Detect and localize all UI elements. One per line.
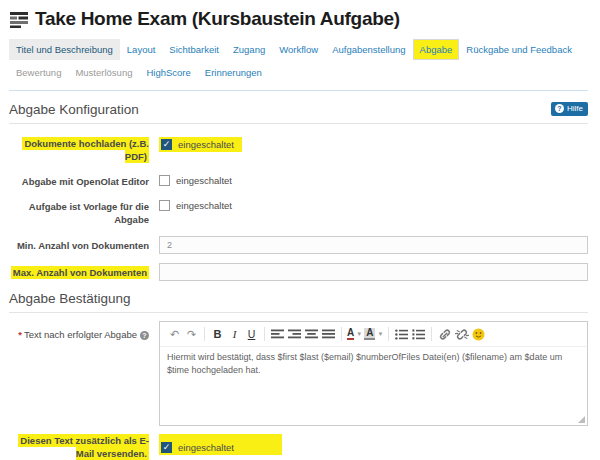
toolbar-separator: [341, 327, 342, 341]
openolat-editor-checkbox[interactable]: [159, 175, 170, 186]
align-right-icon[interactable]: [286, 326, 303, 342]
tab-bar-secondary: Bewertung Musterlösung HighScore Erinner…: [9, 62, 588, 91]
text-color-icon[interactable]: A▼: [346, 326, 363, 342]
min-documents-input[interactable]: [159, 236, 588, 254]
max-documents-input[interactable]: [159, 263, 588, 281]
undo-icon[interactable]: ↶: [166, 326, 183, 342]
align-justify-icon[interactable]: [320, 326, 337, 342]
section-config-title: Abgabe Konfiguration: [9, 102, 139, 117]
editor-toolbar: ↶ ↷ B I U: [160, 322, 587, 347]
help-button-label: Hilfe: [567, 104, 583, 113]
tab-titel-und-beschreibung[interactable]: Titel und Beschreibung: [9, 39, 120, 60]
send-email-checkbox-label: eingeschaltet: [178, 442, 234, 453]
form-row-max-documents: Max. Anzahl von Dokumenten: [9, 263, 588, 281]
openolat-editor-checkbox-label: eingeschaltet: [176, 175, 232, 186]
template-for-submission-checkbox-label: eingeschaltet: [176, 200, 232, 211]
page-header: Take Home Exam (Kursbaustein Aufgabe): [9, 8, 588, 30]
tab-layout[interactable]: Layout: [120, 39, 163, 60]
toolbar-separator: [431, 327, 432, 341]
numbered-list-icon[interactable]: [410, 326, 427, 342]
section-confirmation-header: Abgabe Bestätigung: [9, 291, 588, 306]
confirmation-text-value: Hiermit wird bestätigt, dass $first $las…: [167, 352, 562, 375]
redo-icon[interactable]: ↷: [183, 326, 200, 342]
max-documents-label: Max. Anzahl von Dokumenten: [9, 266, 159, 279]
tab-workflow[interactable]: Workflow: [272, 39, 325, 60]
section-divider: [9, 123, 588, 124]
bullet-list-icon[interactable]: [393, 326, 410, 342]
course-element-config-page: Take Home Exam (Kursbaustein Aufgabe) Ti…: [0, 0, 600, 460]
tab-bar-primary: Titel und Beschreibung Layout Sichtbarke…: [9, 39, 588, 60]
form-row-send-email: Diesen Text zusätzlich als E-Mail versen…: [9, 434, 588, 460]
upload-documents-checkbox[interactable]: [161, 139, 172, 150]
form-row-openolat-editor: Abgabe mit OpenOlat Editor eingeschaltet: [9, 175, 588, 188]
resize-handle-icon[interactable]: [578, 416, 585, 423]
form-row-upload-documents: Dokumente hochladen (z.B. PDF) eingescha…: [9, 137, 588, 163]
editor-content-area[interactable]: Hiermit wird bestätigt, dass $first $las…: [160, 347, 587, 425]
align-center-icon[interactable]: [303, 326, 320, 342]
tab-erinnerungen[interactable]: Erinnerungen: [198, 62, 269, 83]
upload-documents-checkbox-label: eingeschaltet: [178, 139, 234, 150]
form-row-template-for-submission: Aufgabe ist Vorlage für die Abgabe einge…: [9, 200, 588, 226]
form-row-confirmation-text: *Text nach erfolgter Abgabe? ↶ ↷ B I U: [9, 321, 588, 426]
template-for-submission-label: Aufgabe ist Vorlage für die Abgabe: [9, 200, 159, 226]
tab-musterloesung[interactable]: Musterlösung: [68, 62, 139, 83]
toolbar-separator: [204, 327, 205, 341]
emoji-icon[interactable]: [470, 326, 487, 342]
bold-icon[interactable]: B: [209, 326, 226, 342]
italic-icon[interactable]: I: [226, 326, 243, 342]
section-config-header: Abgabe Konfiguration ? Hilfe: [9, 102, 588, 117]
tab-zugang[interactable]: Zugang: [226, 39, 272, 60]
send-email-label: Diesen Text zusätzlich als E-Mail versen…: [9, 434, 159, 460]
page-title: Take Home Exam (Kursbaustein Aufgabe): [35, 8, 400, 30]
link-icon[interactable]: [436, 326, 453, 342]
align-left-icon[interactable]: [269, 326, 286, 342]
required-marker: *: [18, 329, 22, 340]
unlink-icon[interactable]: [453, 326, 470, 342]
toolbar-separator: [264, 327, 265, 341]
toolbar-separator: [388, 327, 389, 341]
tab-highscore[interactable]: HighScore: [139, 62, 197, 83]
send-email-checkbox[interactable]: [161, 442, 172, 453]
upload-documents-label: Dokumente hochladen (z.B. PDF): [9, 137, 159, 163]
question-circle-icon: ?: [140, 331, 149, 340]
template-for-submission-checkbox[interactable]: [159, 200, 170, 211]
tab-abgabe[interactable]: Abgabe: [413, 39, 460, 60]
tab-rueckgabe-und-feedback[interactable]: Rückgabe und Feedback: [459, 39, 579, 60]
help-button[interactable]: ? Hilfe: [551, 102, 588, 116]
task-list-icon: [9, 11, 29, 28]
question-circle-icon: ?: [555, 104, 564, 113]
tab-sichtbarkeit[interactable]: Sichtbarkeit: [162, 39, 226, 60]
underline-icon[interactable]: U: [243, 326, 260, 342]
background-color-icon[interactable]: A▼: [363, 326, 384, 342]
tab-bewertung[interactable]: Bewertung: [9, 62, 68, 83]
confirmation-text-label: *Text nach erfolgter Abgabe?: [9, 321, 159, 341]
form-row-min-documents: Min. Anzahl von Dokumenten: [9, 236, 588, 254]
section-confirmation-title: Abgabe Bestätigung: [9, 291, 131, 306]
min-documents-label: Min. Anzahl von Dokumenten: [9, 239, 159, 252]
section-divider: [9, 312, 588, 313]
tab-aufgabenstellung[interactable]: Aufgabenstellung: [325, 39, 412, 60]
openolat-editor-label: Abgabe mit OpenOlat Editor: [9, 175, 159, 188]
rich-text-editor: ↶ ↷ B I U: [159, 321, 588, 426]
